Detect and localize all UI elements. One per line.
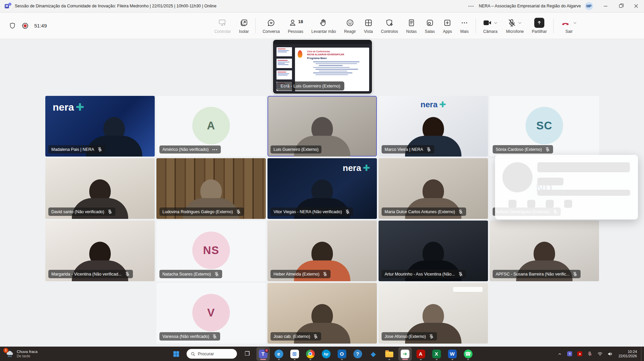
chrome-taskbar-button[interactable] — [304, 347, 317, 361]
shared-document-taskbar-button[interactable]: ➔ — [398, 347, 412, 361]
mic-muted-icon — [107, 209, 112, 214]
excel-icon: X — [432, 350, 441, 358]
show-desktop-button[interactable] — [641, 347, 643, 361]
participant-tile[interactable]: Margarida - Vicentina (Não verificad... — [45, 221, 155, 281]
mic-muted-icon — [236, 209, 241, 214]
microphone-button[interactable]: Microfone — [503, 16, 527, 35]
teams-logo-icon — [5, 3, 11, 9]
more-actions-button[interactable]: Mais — [457, 16, 472, 35]
shared-document-icon: ➔ — [401, 350, 409, 358]
participant-name: Américo (Não verificado) — [162, 147, 209, 152]
share-screen-icon — [534, 18, 544, 28]
minimize-button[interactable] — [598, 0, 613, 12]
grid-view-icon — [364, 18, 373, 27]
mic-muted-icon — [313, 334, 318, 339]
participant-tile[interactable]: Artur Mourinho - Ass Vicentina (Não... — [379, 221, 488, 281]
participant-name-pill: Américo (Não verificado) — [159, 145, 221, 154]
mic-menu-chevron-icon[interactable] — [517, 20, 522, 25]
outlook-taskbar-button[interactable]: O — [335, 347, 349, 361]
camera-button[interactable]: Câmara — [479, 16, 501, 35]
chat-button[interactable]: Conversa — [259, 16, 283, 35]
teams-taskbar-button[interactable]: T! — [256, 347, 270, 361]
participant-tile[interactable]: APFSC - Susana Barreira (Não verific... — [490, 221, 599, 281]
volume-icon[interactable] — [606, 349, 614, 359]
participant-name-pill: Madalena Pais | NERA — [48, 145, 105, 154]
take-control-button[interactable]: Controlar — [211, 16, 234, 35]
nera-logo: nera✚ — [420, 100, 446, 109]
people-button[interactable]: 18 Pessoas — [285, 16, 307, 35]
running-app-indicator — [451, 359, 453, 360]
more-options-icon[interactable] — [468, 6, 474, 7]
running-app-indicator — [467, 359, 469, 360]
participant-tile[interactable]: SCSónia Cardoso (Externo) — [490, 96, 599, 157]
hidden-icons-chevron[interactable] — [555, 349, 564, 359]
tray-adobe-icon[interactable]: A — [576, 349, 584, 359]
get-help-taskbar-button[interactable]: ? — [351, 347, 364, 361]
outlook-icon: O — [338, 350, 346, 358]
running-app-indicator — [436, 359, 437, 360]
profile-card-loading — [495, 155, 638, 220]
clock[interactable]: 10:24 22/01/2026 — [616, 350, 640, 358]
weather-badge: 5 — [3, 348, 8, 353]
screen-share-preview[interactable]: Ciclo de Conferências INOVA ALGARVE+DIVE… — [273, 40, 372, 94]
wifi-icon[interactable] — [596, 349, 604, 359]
user-avatar[interactable]: MP — [585, 2, 593, 10]
participant-tile[interactable]: nera✚Vitor Viegas - NERA (Não verificado… — [267, 158, 377, 219]
word-taskbar-button[interactable]: W — [446, 347, 459, 361]
view-button[interactable]: Vista — [361, 16, 376, 35]
share-presenter-label: Ecrã - Luis Guerreiro (Externo) — [277, 81, 344, 91]
tile-menu-icon[interactable] — [212, 149, 218, 150]
apps-button[interactable]: Apps — [440, 16, 455, 35]
participant-name-pill: David santo (Não verificado) — [48, 207, 115, 216]
participant-tile[interactable]: Maria Dulce Carlos Antunes (Externo) — [379, 158, 488, 219]
hang-up-icon — [560, 18, 571, 27]
participant-tile[interactable]: Jose Afonso (Externo) — [379, 283, 488, 344]
mic-muted-icon — [345, 209, 350, 214]
meeting-controls-button[interactable]: Controlos — [378, 16, 401, 35]
task-view-taskbar-button[interactable]: ❐ — [241, 347, 254, 361]
participant-tile[interactable]: Heber Almeida (Externo) — [267, 221, 377, 281]
excel-taskbar-button[interactable]: X — [430, 347, 443, 361]
leave-menu-chevron-icon[interactable] — [573, 20, 577, 25]
weather-widget[interactable]: 5 Chuva fraca De tarde — [3, 347, 40, 361]
participant-tile[interactable]: Ludovina Rodrigues Galego (Externo) — [156, 158, 266, 219]
participant-tile[interactable]: VVanessa (Não verificado) — [156, 283, 266, 344]
whatsapp-taskbar-button[interactable]: ☎ — [461, 347, 475, 361]
participant-name-pill: Jose Afonso (Externo) — [382, 332, 437, 341]
participant-tile[interactable]: nera✚Marco Vieira | NERA — [379, 96, 488, 157]
participant-tile[interactable]: nera✚Madalena Pais | NERA — [45, 96, 155, 157]
leave-button[interactable]: Sair — [557, 16, 581, 35]
search-input[interactable]: Procurar — [187, 349, 237, 359]
title-bar: Sessão de Dinamização da Comunidade de I… — [0, 0, 644, 12]
mic-muted-icon — [125, 272, 130, 277]
react-button[interactable]: Reagir — [341, 16, 359, 35]
word-icon: W — [448, 350, 457, 358]
active-app-indicator — [402, 359, 408, 360]
raise-hand-button[interactable]: Levantar mão — [308, 16, 339, 35]
tray-teams-icon[interactable]: T — [565, 349, 574, 359]
tray-mic-muted-icon[interactable] — [586, 349, 594, 359]
hp-taskbar-button[interactable]: hp — [319, 347, 333, 361]
breakout-rooms-button[interactable]: Salas — [422, 16, 438, 35]
onedrive-taskbar-button[interactable]: ◆ — [367, 347, 380, 361]
participant-tile[interactable]: Luis Guerreiro (Externo) — [267, 96, 377, 157]
camera-menu-chevron-icon[interactable] — [493, 20, 498, 25]
meeting-title: Sessão de Dinamização da Comunidade de I… — [15, 4, 216, 8]
participant-tile[interactable]: David santo (Não verificado) — [45, 158, 155, 219]
participant-tile[interactable]: Joao cab. (Externo) — [267, 283, 377, 344]
start-button[interactable] — [169, 347, 183, 361]
acrobat-taskbar-button[interactable]: A — [414, 347, 428, 361]
workspace-name: NERA – Associação Empresarial da Região … — [479, 4, 581, 8]
notes-button[interactable]: Notas — [403, 16, 420, 35]
running-app-indicator — [294, 359, 295, 360]
close-button[interactable] — [629, 0, 644, 12]
share-button[interactable]: Partilhar — [529, 16, 550, 35]
isolate-button[interactable]: Isolar — [236, 16, 252, 35]
participant-tile[interactable]: NSNatacha Soares (Externo) — [156, 221, 266, 281]
microsoft-store-taskbar-button[interactable]: ⊞ — [288, 347, 301, 361]
participant-tile[interactable]: AAmérico (Não verificado) — [156, 96, 266, 157]
restore-button[interactable] — [613, 0, 629, 12]
file-explorer-taskbar-button[interactable] — [383, 347, 396, 361]
participant-name: Maria Dulce Carlos Antunes (Externo) — [385, 209, 455, 214]
edge-taskbar-button[interactable]: e — [272, 347, 286, 361]
